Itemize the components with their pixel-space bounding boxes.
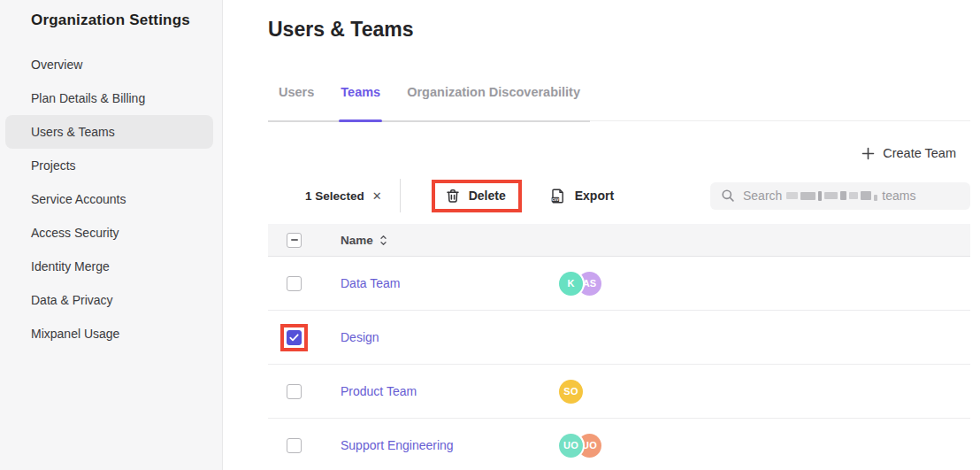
sidebar-item-projects[interactable]: Projects (0, 149, 222, 182)
search-placeholder: Search teams (743, 189, 915, 203)
search-icon (721, 189, 735, 203)
selection-toolbar: 1 Selected ✕ Delete (268, 178, 970, 213)
avatar: UO (559, 434, 583, 458)
search-input[interactable]: Search teams (710, 182, 970, 210)
member-avatars: UO UO (559, 434, 601, 458)
sidebar-item-plan-details-billing[interactable]: Plan Details & Billing (0, 81, 222, 115)
table-row-data-team: Data Team K AS (268, 257, 970, 311)
search-placeholder-suffix: teams (882, 189, 915, 203)
tab-organization-discoverability[interactable]: Organization Discoverability (407, 85, 580, 120)
tab-users[interactable]: Users (279, 85, 314, 120)
create-team-row: Create Team (268, 137, 970, 169)
team-name-link[interactable]: Design (341, 330, 379, 344)
selection-count: 1 Selected ✕ (305, 189, 382, 203)
sort-icon[interactable] (379, 235, 387, 246)
redacted-text-blocks (786, 191, 877, 201)
team-name-link[interactable]: Support Engineering (341, 438, 454, 452)
sidebar-title: Organization Settings (0, 0, 222, 29)
export-label: Export (575, 189, 614, 203)
sidebar-item-overview[interactable]: Overview (0, 48, 222, 81)
create-team-label: Create Team (883, 146, 956, 160)
organization-settings-screen: Organization Settings Overview Plan Deta… (0, 0, 980, 470)
row-checkbox[interactable] (287, 384, 302, 399)
tab-bar: Users Teams Organization Discoverability (268, 84, 970, 121)
clear-selection-icon[interactable]: ✕ (372, 189, 382, 203)
trash-icon (446, 189, 460, 204)
row-checkbox-checked[interactable] (287, 330, 302, 345)
sidebar: Organization Settings Overview Plan Deta… (0, 0, 223, 470)
team-name-link[interactable]: Product Team (341, 384, 417, 398)
sidebar-item-data-privacy[interactable]: Data & Privacy (0, 283, 222, 317)
member-avatars: SO (559, 380, 583, 404)
table-header-row: Name (268, 224, 970, 257)
row-checkbox[interactable] (287, 276, 302, 291)
sidebar-item-access-security[interactable]: Access Security (0, 216, 222, 250)
avatar: K (559, 272, 583, 296)
select-all-checkbox[interactable] (287, 233, 302, 248)
toolbar-divider (400, 179, 401, 212)
table-row-design: Design (268, 311, 970, 365)
avatar: SO (559, 380, 583, 404)
teams-table: Name Data Team K AS (268, 224, 970, 470)
svg-text:csv: csv (552, 197, 559, 202)
sidebar-item-service-accounts[interactable]: Service Accounts (0, 182, 222, 216)
export-button[interactable]: csv Export (547, 182, 617, 210)
team-name-link[interactable]: Data Team (341, 276, 400, 290)
delete-button[interactable]: Delete (435, 183, 518, 209)
delete-annotation-box: Delete (432, 180, 522, 212)
member-avatars: K AS (559, 272, 601, 296)
table-row-product-team: Product Team SO (268, 365, 970, 419)
row-checkbox[interactable] (287, 438, 302, 453)
main-content: Users & Teams Users Teams Organization D… (223, 0, 980, 470)
column-header-name[interactable]: Name (341, 234, 373, 247)
sidebar-nav: Overview Plan Details & Billing Users & … (0, 48, 222, 351)
tab-list: Users Teams Organization Discoverability (268, 85, 590, 122)
sidebar-item-identity-merge[interactable]: Identity Merge (0, 250, 222, 283)
plus-icon (861, 147, 875, 160)
table-row-support-engineering: Support Engineering UO UO (268, 419, 970, 470)
sidebar-item-mixpanel-usage[interactable]: Mixpanel Usage (0, 317, 222, 351)
search-placeholder-prefix: Search (743, 189, 782, 203)
selected-count-label: 1 Selected (305, 189, 364, 203)
checkbox-annotation-box (280, 324, 308, 351)
page-title: Users & Teams (268, 17, 970, 42)
tab-teams[interactable]: Teams (341, 85, 380, 120)
create-team-button[interactable]: Create Team (861, 146, 956, 160)
delete-label: Delete (469, 189, 506, 203)
sidebar-item-users-teams[interactable]: Users & Teams (5, 115, 213, 149)
csv-file-icon: csv (550, 188, 566, 204)
